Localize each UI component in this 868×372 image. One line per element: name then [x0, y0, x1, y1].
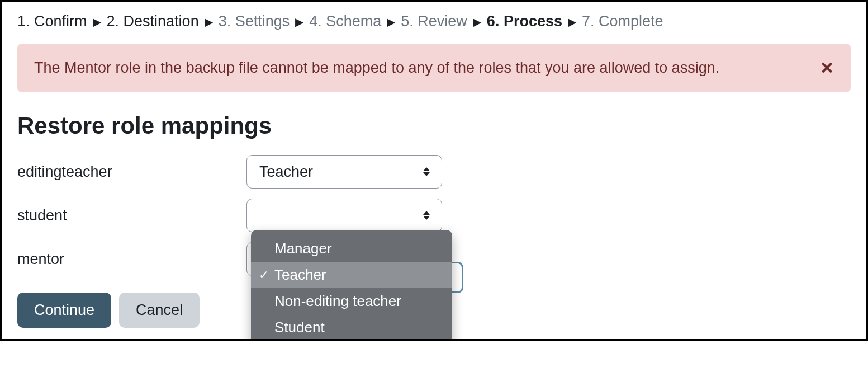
breadcrumb-step-settings[interactable]: 3. Settings [219, 13, 290, 30]
alert-banner: The Mentor role in the backup file canno… [17, 44, 851, 92]
dropdown-option-label: Teacher [274, 266, 326, 284]
page-container: 1. Confirm ▶ 2. Destination ▶ 3. Setting… [17, 13, 851, 328]
breadcrumb-step-confirm[interactable]: 1. Confirm [17, 13, 87, 30]
dropdown-option-label: Non-editing teacher [274, 293, 401, 310]
dropdown-option-manager[interactable]: Manager [251, 236, 452, 262]
breadcrumb-step-complete[interactable]: 7. Complete [582, 13, 663, 30]
breadcrumb: 1. Confirm ▶ 2. Destination ▶ 3. Setting… [17, 13, 851, 30]
cancel-button[interactable]: Cancel [119, 293, 200, 328]
breadcrumb-sep-icon: ▶ [205, 15, 213, 29]
breadcrumb-step-destination[interactable]: 2. Destination [107, 13, 199, 30]
dropdown-option-label: Student [274, 319, 325, 336]
breadcrumb-sep-icon: ▶ [387, 15, 395, 29]
select-student[interactable] [246, 199, 442, 232]
select-box-editingteacher[interactable]: Teacher [246, 155, 442, 189]
mapping-label-editingteacher: editingteacher [17, 163, 246, 181]
breadcrumb-sep-icon: ▶ [568, 15, 576, 29]
page-title: Restore role mappings [17, 112, 851, 139]
mapping-row-student: student [17, 199, 851, 232]
select-value-editingteacher: Teacher [259, 163, 313, 181]
alert-message: The Mentor role in the backup file canno… [34, 59, 719, 77]
close-icon[interactable]: ✕ [820, 60, 834, 77]
dropdown-option-teacher[interactable]: ✓ Teacher [251, 262, 452, 288]
breadcrumb-step-schema[interactable]: 4. Schema [309, 13, 381, 30]
breadcrumb-sep-icon: ▶ [93, 15, 101, 29]
breadcrumb-step-process[interactable]: 6. Process [487, 13, 562, 30]
breadcrumb-sep-icon: ▶ [473, 15, 481, 29]
mapping-label-mentor: mentor [17, 251, 246, 268]
dropdown-option-label: Manager [274, 240, 332, 257]
breadcrumb-step-review[interactable]: 5. Review [401, 13, 467, 30]
select-editingteacher[interactable]: Teacher [246, 155, 442, 189]
dropdown-option-nonediting[interactable]: Non-editing teacher [251, 288, 452, 314]
mapping-label-student: student [17, 207, 246, 224]
dropdown-menu: Manager ✓ Teacher Non-editing teacher St… [251, 230, 452, 341]
continue-button[interactable]: Continue [17, 293, 111, 328]
select-box-student[interactable] [246, 199, 442, 232]
dropdown-option-student[interactable]: Student [251, 314, 452, 341]
breadcrumb-sep-icon: ▶ [295, 15, 303, 29]
mapping-row-editingteacher: editingteacher Teacher [17, 155, 851, 189]
check-icon: ✓ [259, 268, 269, 282]
